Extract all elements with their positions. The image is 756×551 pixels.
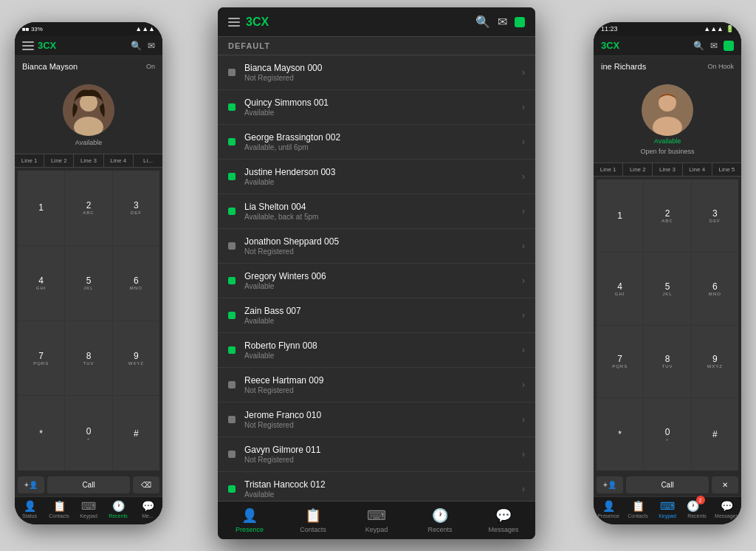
contact-item-4[interactable]: Lia Shelton 004 Available, back at 5pm › bbox=[218, 194, 535, 229]
left-search-icon[interactable]: 🔍 bbox=[131, 41, 142, 51]
contact-item-5[interactable]: Jonathon Sheppard 005 Not Registered › bbox=[218, 229, 535, 264]
left-nav-contacts[interactable]: 📋 Contacts bbox=[44, 500, 74, 519]
left-key-0[interactable]: 0+ bbox=[65, 396, 111, 470]
center-nav-keypad[interactable]: ⌨ Keypad bbox=[345, 507, 408, 533]
left-key-5[interactable]: 5JKL bbox=[65, 246, 111, 321]
left-key-2[interactable]: 2ABC bbox=[65, 171, 111, 245]
right-nav-presence-label: Presence bbox=[597, 513, 619, 519]
left-line-4[interactable]: Line 4 bbox=[104, 154, 134, 167]
right-delete-button[interactable]: ✕ bbox=[712, 476, 738, 493]
center-nav-presence[interactable]: 👤 Presence bbox=[218, 507, 281, 533]
center-mail-icon[interactable]: ✉ bbox=[498, 15, 507, 29]
contact-item-11[interactable]: Gavyn Gilmore 011 Not Registered › bbox=[218, 437, 535, 472]
right-key-4[interactable]: 4GHI bbox=[597, 253, 643, 325]
right-line-2[interactable]: Line 2 bbox=[623, 163, 653, 176]
contact-item-2[interactable]: George Brassington 002 Available, until … bbox=[218, 125, 535, 160]
left-key-8[interactable]: 8TUV bbox=[65, 321, 111, 396]
contact-info-0: Bianca Mayson 000 Not Registered bbox=[244, 63, 522, 82]
right-keypad-icon: ⌨ bbox=[660, 500, 675, 512]
contact-name-10: Jerome Franco 010 bbox=[244, 410, 522, 420]
contact-item-1[interactable]: Quincy Simmons 001 Available › bbox=[218, 90, 535, 125]
right-call-button[interactable]: Call bbox=[626, 476, 709, 493]
center-nav-messages[interactable]: 💬 Messages bbox=[472, 507, 535, 533]
right-key-0[interactable]: 0+ bbox=[644, 398, 690, 470]
center-search-icon[interactable]: 🔍 bbox=[475, 15, 490, 29]
left-mail-icon[interactable]: ✉ bbox=[148, 41, 155, 51]
center-contacts-list[interactable]: Bianca Mayson 000 Not Registered › Quinc… bbox=[218, 55, 535, 501]
right-avatar-container: Available Open for business bbox=[594, 77, 741, 162]
right-key-9[interactable]: 9WXYZ bbox=[692, 326, 738, 398]
right-nav-recents-label: Recents bbox=[687, 513, 707, 519]
contact-dot-2 bbox=[228, 138, 236, 146]
contact-item-10[interactable]: Jerome Franco 010 Not Registered › bbox=[218, 403, 535, 437]
left-key-9[interactable]: 9WXYZ bbox=[113, 321, 159, 396]
contact-item-7[interactable]: Zain Bass 007 Available › bbox=[218, 298, 535, 333]
right-key-star[interactable]: * bbox=[597, 398, 643, 470]
contact-item-6[interactable]: Gregory Winters 006 Available › bbox=[218, 264, 535, 298]
left-signal: ▲▲▲ bbox=[135, 25, 155, 32]
right-nav-messages[interactable]: 💬 Messages bbox=[712, 500, 741, 519]
right-brand: 3CX bbox=[601, 40, 619, 51]
contact-item-12[interactable]: Tristan Hancock 012 Available › bbox=[218, 472, 535, 501]
right-nav-recents[interactable]: 🕐 2 Recents bbox=[682, 500, 712, 519]
right-key-7[interactable]: 7PQRS bbox=[597, 326, 643, 398]
left-add-contact-button[interactable]: +👤 bbox=[18, 476, 44, 493]
right-key-5[interactable]: 5JKL bbox=[644, 253, 690, 325]
left-nav-more-label: Me... bbox=[142, 513, 154, 519]
contact-item-3[interactable]: Justine Henderson 003 Available › bbox=[218, 160, 535, 194]
left-key-1[interactable]: 1 bbox=[18, 171, 64, 245]
left-nav-keypad[interactable]: ⌨ Keypad bbox=[74, 500, 103, 519]
contact-status-9: Not Registered bbox=[244, 386, 522, 394]
right-key-2[interactable]: 2ABC bbox=[644, 179, 690, 252]
left-nav-status[interactable]: 👤 Status bbox=[15, 500, 44, 519]
contact-name-8: Roberto Flynn 008 bbox=[244, 340, 522, 351]
contact-name-1: Quincy Simmons 001 bbox=[244, 97, 522, 108]
right-line-5[interactable]: Line 5 bbox=[712, 163, 741, 176]
contact-item-0[interactable]: Bianca Mayson 000 Not Registered › bbox=[218, 55, 535, 90]
right-mail-icon[interactable]: ✉ bbox=[710, 41, 718, 51]
left-user-status: On bbox=[146, 63, 155, 70]
center-nav-contacts[interactable]: 📋 Contacts bbox=[281, 507, 345, 533]
left-line-5[interactable]: Li... bbox=[134, 154, 162, 167]
left-action-row: +👤 Call ⌫ bbox=[15, 473, 162, 496]
left-contacts-nav-icon: 📋 bbox=[53, 500, 66, 512]
left-line-3[interactable]: Line 3 bbox=[74, 154, 103, 167]
contact-item-9[interactable]: Reece Hartman 009 Not Registered › bbox=[218, 368, 535, 403]
left-key-4[interactable]: 4GHI bbox=[18, 246, 64, 321]
center-menu-icon[interactable] bbox=[228, 18, 240, 27]
center-nav-recents[interactable]: 🕐 Recents bbox=[408, 507, 472, 533]
contact-status-1: Available bbox=[244, 109, 522, 117]
left-call-button[interactable]: Call bbox=[47, 476, 130, 493]
left-delete-button[interactable]: ⌫ bbox=[133, 476, 159, 493]
right-search-icon[interactable]: 🔍 bbox=[693, 41, 704, 51]
right-nav-contacts[interactable]: 📋 Contacts bbox=[623, 500, 653, 519]
left-status-label: Available bbox=[75, 139, 102, 146]
right-nav-presence[interactable]: 👤 Presence bbox=[594, 500, 623, 519]
scene: ■■ 33% ▲▲▲ 3CX 🔍 ✉ bbox=[0, 0, 756, 551]
right-presence-icon: 👤 bbox=[602, 500, 615, 512]
left-menu-icon[interactable] bbox=[22, 41, 34, 50]
left-line-2[interactable]: Line 2 bbox=[44, 154, 74, 167]
left-nav-recents[interactable]: 🕐 Recents bbox=[103, 500, 133, 519]
right-key-1[interactable]: 1 bbox=[597, 179, 643, 252]
left-line-1[interactable]: Line 1 bbox=[15, 154, 44, 167]
right-line-1[interactable]: Line 1 bbox=[594, 163, 623, 176]
right-action-row: +👤 Call ✕ bbox=[594, 473, 741, 496]
right-key-8[interactable]: 8TUV bbox=[644, 326, 690, 398]
right-add-contact-button[interactable]: +👤 bbox=[597, 476, 623, 493]
left-key-hash[interactable]: # bbox=[113, 396, 159, 470]
left-key-7[interactable]: 7PQRS bbox=[18, 321, 64, 396]
right-key-3[interactable]: 3DEF bbox=[692, 179, 738, 252]
right-key-hash[interactable]: # bbox=[692, 398, 738, 470]
contact-name-2: George Brassington 002 bbox=[244, 132, 522, 143]
left-key-star[interactable]: * bbox=[18, 396, 64, 470]
contact-item-8[interactable]: Roberto Flynn 008 Available › bbox=[218, 333, 535, 368]
left-nav-more[interactable]: 💬 Me... bbox=[133, 500, 162, 519]
left-key-6[interactable]: 6MNO bbox=[113, 246, 159, 321]
right-line-4[interactable]: Line 4 bbox=[683, 163, 712, 176]
right-key-6[interactable]: 6MNO bbox=[692, 253, 738, 325]
left-key-3[interactable]: 3DEF bbox=[113, 171, 159, 245]
right-line-3[interactable]: Line 3 bbox=[653, 163, 682, 176]
right-nav-keypad[interactable]: ⌨ Keypad bbox=[653, 500, 682, 519]
right-status-sub: Open for business bbox=[640, 148, 694, 155]
